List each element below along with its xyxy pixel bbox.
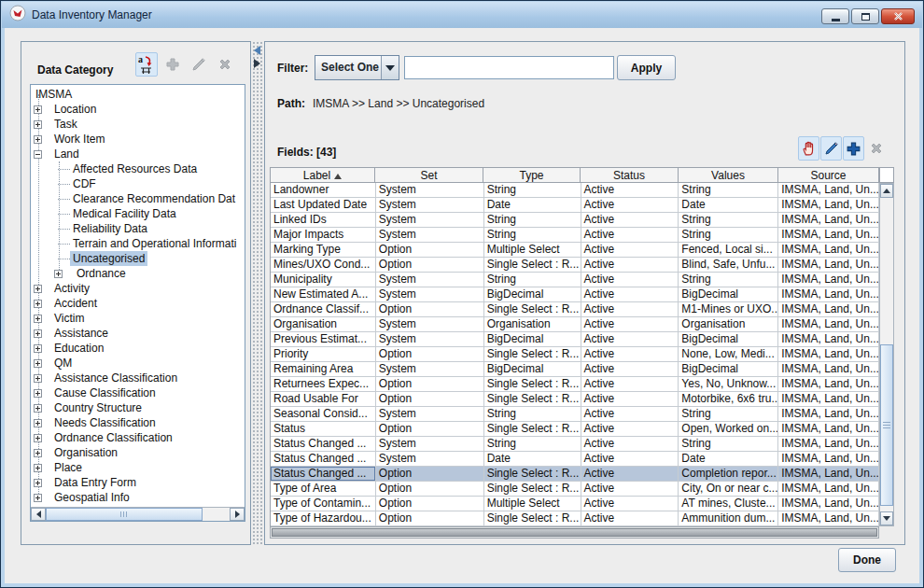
- expand-icon[interactable]: [34, 120, 42, 129]
- tree-item-label[interactable]: Location: [51, 102, 99, 117]
- table-header[interactable]: LabelSetTypeStatusValuesSource: [270, 167, 879, 183]
- table-row[interactable]: OrganisationSystemOrganisationActiveOrga…: [271, 317, 879, 332]
- tree-item-label[interactable]: Task: [51, 117, 80, 132]
- scroll-up-button[interactable]: [880, 184, 893, 198]
- tree-item-label[interactable]: Terrain and Operational Informati: [70, 236, 239, 251]
- tree-item-label[interactable]: Cause Classification: [51, 385, 159, 400]
- minimize-button[interactable]: [821, 8, 849, 24]
- tree-item-label[interactable]: Victim: [51, 311, 87, 326]
- table-row[interactable]: Previous Estimat...SystemBigDecimalActiv…: [271, 332, 879, 347]
- tree-item[interactable]: IMSMA: [31, 87, 245, 102]
- table-row[interactable]: LandownerSystemStringActiveStringIMSMA, …: [271, 183, 879, 198]
- translate-icon[interactable]: a: [135, 52, 158, 77]
- expand-icon[interactable]: [34, 105, 42, 114]
- expand-icon[interactable]: [34, 344, 42, 353]
- tree-item-label[interactable]: Needs Classification: [51, 415, 159, 430]
- expand-icon[interactable]: [34, 300, 42, 308]
- scroll-down-button[interactable]: [880, 511, 893, 525]
- scrollbar-track[interactable]: [203, 508, 230, 521]
- category-tree[interactable]: IMSMALocationTaskWork ItemLandAffected R…: [30, 84, 245, 522]
- expand-icon[interactable]: [34, 374, 42, 383]
- tree-item-label[interactable]: Data Entry Form: [51, 475, 139, 490]
- tree-item-label[interactable]: Accident: [51, 296, 100, 311]
- titlebar[interactable]: Data Inventory Manager: [2, 2, 922, 28]
- scroll-right-button[interactable]: [230, 508, 245, 521]
- table-vertical-scrollbar[interactable]: [879, 183, 894, 526]
- add-field-icon[interactable]: [843, 136, 864, 161]
- expand-icon[interactable]: [34, 449, 42, 457]
- tree-item[interactable]: Work Item: [31, 132, 245, 147]
- tree-item-label[interactable]: Ordnance: [74, 266, 129, 281]
- tree-item[interactable]: Ordnance: [31, 266, 245, 281]
- table-row[interactable]: Linked IDsSystemStringActiveStringIMSMA,…: [271, 213, 879, 228]
- tree-item[interactable]: Reliability Data: [31, 221, 245, 236]
- tree-item[interactable]: Affected Resources Data: [31, 161, 245, 176]
- expand-icon[interactable]: [34, 329, 42, 338]
- tree-item-label[interactable]: Organisation: [51, 445, 120, 460]
- split-divider[interactable]: [252, 41, 263, 545]
- expand-icon[interactable]: [34, 315, 42, 323]
- tree-item[interactable]: Activity: [31, 281, 245, 296]
- tree-item-label[interactable]: IMSMA: [33, 87, 75, 102]
- expand-icon[interactable]: [34, 285, 42, 293]
- tree-horizontal-scrollbar[interactable]: [31, 507, 245, 521]
- tree-item-label[interactable]: Assistance Classification: [51, 371, 180, 385]
- tree-item[interactable]: Location: [31, 102, 245, 117]
- column-header-values[interactable]: Values: [679, 167, 778, 183]
- expand-icon[interactable]: [34, 389, 42, 398]
- tree-item-label[interactable]: Assistance: [51, 326, 111, 341]
- table-horizontal-scrollbar[interactable]: [270, 526, 879, 539]
- tree-item[interactable]: Uncategorised: [31, 251, 245, 266]
- tree-item-label[interactable]: Geospatial Info: [51, 490, 133, 505]
- collapse-right-icon[interactable]: [254, 59, 260, 68]
- tree-item[interactable]: Country Structure: [31, 400, 245, 415]
- tree-item-label[interactable]: Education: [51, 341, 106, 356]
- column-header-source[interactable]: Source: [778, 167, 879, 183]
- done-button[interactable]: Done: [838, 548, 896, 572]
- tree-item[interactable]: Data Entry Form: [31, 475, 245, 490]
- scrollbar-thumb[interactable]: [880, 344, 893, 506]
- expand-icon[interactable]: [34, 494, 42, 502]
- apply-button[interactable]: Apply: [617, 55, 676, 80]
- expand-icon[interactable]: [34, 464, 42, 472]
- filter-select-arrow-button[interactable]: [381, 56, 399, 79]
- table-row[interactable]: New Estimated A...SystemBigDecimalActive…: [271, 287, 879, 302]
- edit-field-icon[interactable]: [820, 136, 842, 161]
- close-button[interactable]: [881, 8, 915, 24]
- tree-item[interactable]: Medical Facility Data: [31, 206, 245, 221]
- tree-item-label[interactable]: Affected Resources Data: [70, 161, 200, 176]
- tree-item[interactable]: CDF: [31, 176, 245, 191]
- tree-item-label[interactable]: Activity: [51, 281, 92, 296]
- column-header-status[interactable]: Status: [581, 167, 679, 183]
- table-row[interactable]: Remaining AreaSystemBigDecimalActiveBigD…: [271, 362, 879, 377]
- tree-item-label[interactable]: Clearance Recommendation Dat: [70, 191, 238, 206]
- table-row[interactable]: Returnees Expec...OptionSingle Select : …: [271, 377, 879, 392]
- tree-item[interactable]: Assistance Classification: [31, 371, 245, 385]
- table-row[interactable]: Status Changed ...SystemStringActiveStri…: [271, 437, 879, 452]
- tree-item-label[interactable]: Country Structure: [51, 400, 145, 415]
- tree-item-label[interactable]: CDF: [70, 176, 99, 191]
- table-row[interactable]: Status Changed ...SystemDateActiveDateIM…: [271, 452, 879, 467]
- table-row[interactable]: Road Usable ForOptionSingle Select : R..…: [271, 392, 879, 407]
- tree-item-label[interactable]: Place: [51, 460, 85, 475]
- scroll-left-button[interactable]: [31, 508, 46, 521]
- table-row[interactable]: Last Updated DateSystemDateActiveDateIMS…: [271, 198, 879, 213]
- table-row[interactable]: Type of Contamin...OptionMultiple Select…: [271, 497, 879, 511]
- filter-select[interactable]: Select One: [315, 55, 399, 80]
- table-row[interactable]: PriorityOptionSingle Select : R...Active…: [271, 347, 879, 362]
- expand-icon[interactable]: [34, 404, 42, 413]
- collapse-icon[interactable]: [34, 150, 42, 159]
- expand-icon[interactable]: [34, 434, 42, 442]
- table-row[interactable]: Type of Hazardou...OptionSingle Select :…: [271, 511, 879, 526]
- table-row[interactable]: Major ImpactsSystemStringActiveStringIMS…: [271, 228, 879, 243]
- tree-item[interactable]: Place: [31, 460, 245, 475]
- deactivate-field-icon[interactable]: [798, 136, 819, 161]
- expand-icon[interactable]: [34, 359, 42, 368]
- collapse-left-icon[interactable]: [254, 46, 260, 55]
- table-row[interactable]: Ordnance Classif...OptionSingle Select :…: [271, 302, 879, 317]
- tree-item[interactable]: Clearance Recommendation Dat: [31, 191, 245, 206]
- column-header-set[interactable]: Set: [375, 167, 483, 183]
- column-header-type[interactable]: Type: [483, 167, 581, 183]
- tree-item[interactable]: Ordnance Classification: [31, 430, 245, 445]
- tree-item-label[interactable]: Reliability Data: [70, 221, 150, 236]
